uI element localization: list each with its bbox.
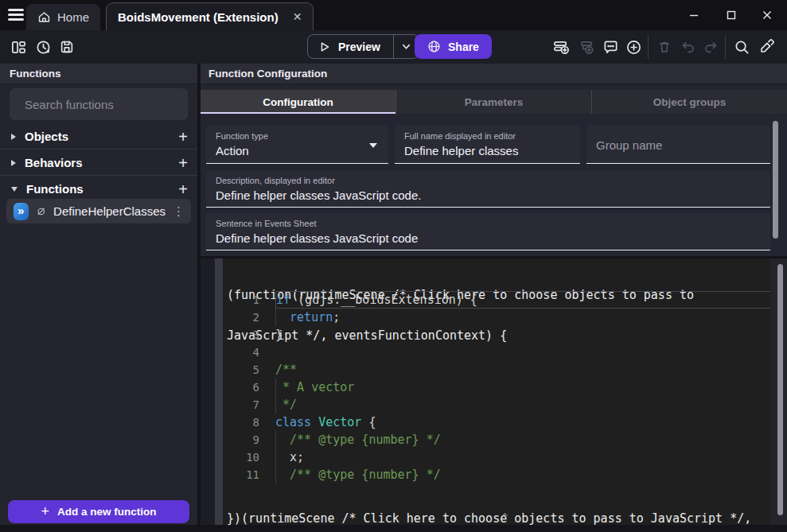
preview-button[interactable]: Preview — [307, 34, 419, 59]
play-icon — [318, 41, 331, 53]
code-scrollbar-thumb[interactable] — [777, 264, 783, 515]
code-line[interactable]: 8class Vector { — [223, 414, 770, 431]
line-number: 10 — [223, 451, 275, 464]
code-line[interactable]: 10 x; — [223, 449, 770, 466]
line-number: 2 — [223, 311, 275, 324]
form-scrollbar-thumb[interactable] — [773, 121, 778, 239]
section-label: Objects — [25, 130, 68, 143]
undo-icon[interactable] — [679, 37, 698, 56]
group-name-input[interactable] — [596, 138, 761, 157]
code-wrapper-footer: })(runtimeScene /* Click here to choose … — [227, 485, 768, 532]
section-label: Functions — [26, 182, 84, 196]
tab-label: Object groups — [653, 96, 727, 108]
window-minimize-button[interactable] — [676, 0, 712, 30]
tab-home-label: Home — [57, 10, 89, 24]
field-label: Full name displayed in editor — [404, 131, 571, 141]
chevron-right-icon — [11, 160, 16, 166]
main-panel-header: Function Configuration — [201, 64, 787, 84]
code-line[interactable]: 5/** — [223, 361, 770, 379]
line-number: 4 — [223, 346, 275, 359]
search-functions-input[interactable] — [25, 98, 183, 111]
add-new-function-button[interactable]: + Add a new function — [8, 500, 189, 523]
tab-object-groups[interactable]: Object groups — [592, 90, 787, 114]
field-value: Define helper classes — [404, 144, 571, 157]
code-line-content[interactable]: /** @type {number} */ — [275, 466, 770, 483]
redo-icon[interactable] — [701, 37, 720, 56]
add-comment-icon[interactable] — [601, 37, 620, 56]
code-line-content[interactable] — [275, 344, 770, 361]
function-item-label: DefineHelperClasses — [53, 204, 166, 218]
main-panel-title: Function Configuration — [208, 68, 327, 80]
search-functions-box[interactable] — [10, 88, 188, 120]
line-number: 7 — [223, 398, 275, 411]
add-subevent-icon[interactable] — [577, 37, 596, 56]
field-label: Description, displayed in editor — [216, 176, 761, 185]
delete-icon[interactable] — [655, 37, 674, 56]
add-event-icon[interactable] — [551, 37, 571, 56]
configuration-tabs: Configuration Parameters Object groups — [201, 90, 787, 114]
tab-parameters[interactable]: Parameters — [396, 90, 592, 114]
tab-boidsmovement[interactable]: BoidsMovement (Extension) ✕ — [106, 2, 314, 30]
field-label: Sentence in Events Sheet — [216, 219, 761, 228]
function-type-select[interactable]: Function type Action — [206, 126, 388, 164]
code-line[interactable]: 9 /** @type {number} */ — [223, 431, 770, 449]
function-item-definehelperclasses[interactable]: » DefineHelperClasses ⋮ — [6, 199, 191, 223]
window-close-button[interactable] — [749, 0, 785, 30]
kebab-menu-icon[interactable]: ⋮ — [173, 204, 185, 219]
code-line[interactable]: 11 /** @type {number} */ — [223, 466, 770, 483]
code-line[interactable]: 4 — [223, 344, 770, 361]
tab-active-label: BoidsMovement (Extension) — [118, 10, 279, 24]
javascript-code-panel: (function(runtimeScene /* Click here to … — [201, 258, 787, 525]
code-line-content[interactable]: /** @type {number} */ — [275, 431, 770, 449]
window-maximize-button[interactable] — [713, 0, 750, 30]
full-name-field[interactable]: Full name displayed in editor Define hel… — [395, 126, 580, 164]
chevron-down-icon — [11, 187, 18, 192]
code-line[interactable]: 2 return; — [223, 309, 770, 326]
code-line-content[interactable]: class Vector { — [275, 414, 770, 431]
add-behavior-button[interactable]: + — [178, 155, 188, 171]
code-line[interactable]: 1if (gdjs.__boidsExtension) { — [223, 291, 770, 309]
sidebar-section-functions[interactable]: Functions + — [0, 177, 197, 201]
code-lines[interactable]: 1if (gdjs.__boidsExtension) {2 return;3}… — [223, 291, 770, 483]
code-line[interactable]: 6 * A vector — [223, 379, 770, 396]
dropdown-arrow-icon — [369, 143, 377, 148]
code-line-content[interactable]: if (gdjs.__boidsExtension) { — [275, 291, 770, 309]
toolbar: Preview Share — [0, 30, 787, 64]
field-label: Function type — [216, 131, 379, 141]
add-function-label: Add a new function — [57, 506, 157, 518]
group-name-field[interactable] — [586, 126, 770, 164]
tab-configuration[interactable]: Configuration — [201, 90, 396, 114]
code-line-content[interactable]: return; — [275, 309, 770, 326]
code-line-content[interactable]: /** — [275, 361, 770, 379]
sidebar-section-behaviors[interactable]: Behaviors + — [0, 150, 197, 175]
tab-label: Configuration — [263, 96, 333, 108]
description-field[interactable]: Description, displayed in editor Define … — [206, 170, 770, 208]
line-number: 6 — [223, 381, 275, 394]
main-menu-icon[interactable] — [8, 9, 24, 21]
add-function-plus-button[interactable]: + — [178, 181, 188, 197]
code-line-content[interactable]: */ — [275, 396, 770, 414]
code-line-content[interactable]: x; — [275, 449, 770, 466]
sentence-field[interactable]: Sentence in Events Sheet Define helper c… — [206, 213, 770, 250]
search-icon[interactable] — [732, 37, 751, 56]
code-line[interactable]: 3} — [223, 326, 770, 344]
chevron-right-icon — [11, 134, 16, 140]
project-manager-icon[interactable] — [9, 37, 28, 56]
edit-extension-icon[interactable] — [757, 37, 776, 56]
tab-close-icon[interactable]: ✕ — [293, 10, 302, 23]
code-line-content[interactable]: * A vector — [275, 379, 770, 396]
history-icon[interactable] — [33, 37, 53, 56]
tab-home[interactable]: Home — [26, 4, 100, 30]
code-editor[interactable]: (function(runtimeScene /* Click here to … — [223, 258, 787, 525]
sidebar-section-objects[interactable]: Objects + — [0, 124, 197, 149]
share-button[interactable]: Share — [415, 34, 492, 59]
code-line[interactable]: 7 */ — [223, 396, 770, 414]
function-configuration-panel: Function Configuration Configuration Par… — [201, 64, 787, 256]
add-object-button[interactable]: + — [178, 129, 188, 145]
save-icon[interactable] — [57, 37, 76, 56]
editor-resize-handle[interactable]: ^ — [502, 511, 508, 523]
event-drag-handle[interactable] — [215, 258, 223, 525]
visibility-off-icon — [36, 205, 47, 218]
add-circle-icon[interactable] — [624, 37, 643, 56]
code-line-content[interactable]: } — [275, 326, 770, 344]
